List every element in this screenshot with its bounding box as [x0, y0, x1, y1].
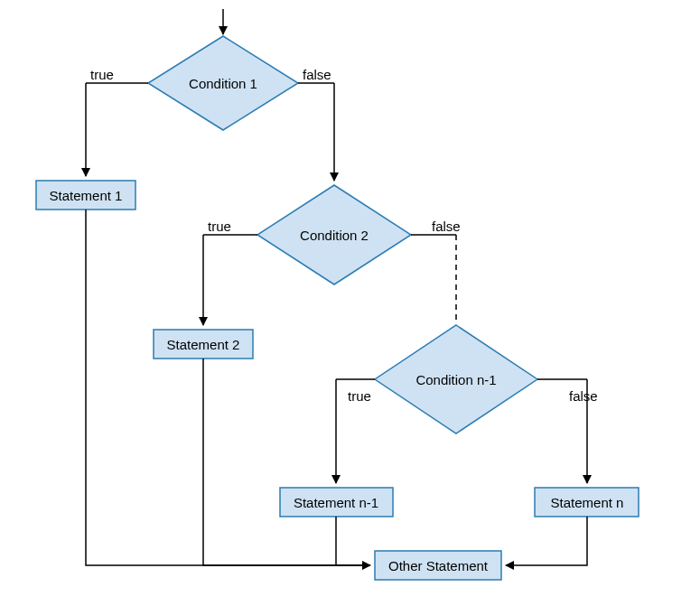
c1-true-label: true [90, 67, 114, 82]
s2-to-other-edge [203, 359, 370, 565]
statement-2-node: Statement 2 [154, 330, 253, 359]
statement-1-node: Statement 1 [36, 181, 135, 210]
condition-1-label: Condition 1 [189, 76, 257, 91]
statement-2-label: Statement 2 [167, 337, 240, 352]
condition-2-label: Condition 2 [300, 228, 369, 243]
sn1-to-other-edge [336, 517, 370, 565]
statement-n-1-node: Statement n-1 [280, 488, 393, 517]
cn1-true-label: true [348, 388, 371, 404]
cn1-false-label: false [569, 388, 598, 404]
sn-to-other-edge [506, 517, 587, 565]
statement-n-1-label: Statement n-1 [294, 495, 378, 510]
other-statement-label: Other Statement [388, 558, 489, 573]
other-statement-node: Other Statement [375, 551, 501, 580]
condition-n-1-node: Condition n-1 [375, 325, 537, 433]
c1-false-label: false [303, 67, 331, 82]
condition-1-node: Condition 1 [148, 36, 298, 130]
condition-2-node: Condition 2 [257, 185, 411, 284]
c2-true-label: true [208, 219, 231, 234]
c2-false-label: false [432, 219, 461, 234]
statement-1-label: Statement 1 [50, 188, 123, 203]
condition-n-1-label: Condition n-1 [415, 372, 496, 387]
statement-n-node: Statement n [535, 488, 639, 517]
statement-n-label: Statement n [551, 495, 624, 510]
